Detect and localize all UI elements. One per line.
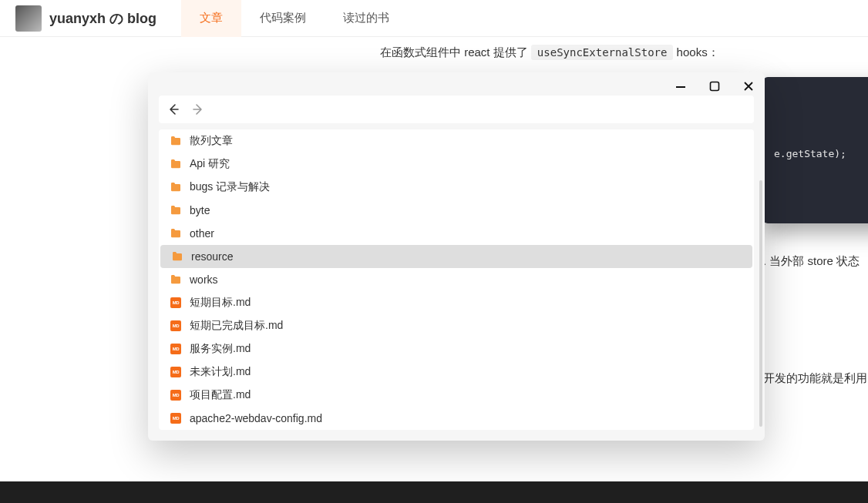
file-row[interactable]: 短期目标.md (159, 291, 754, 314)
inline-code: useSyncExternalStore (531, 45, 674, 60)
navbar-tabs: 文章 代码案例 读过的书 (181, 0, 408, 37)
code-block: e.getState); (763, 77, 868, 223)
tab-articles[interactable]: 文章 (181, 0, 241, 37)
file-name-label: other (190, 227, 214, 240)
folder-row[interactable]: 散列文章 (159, 129, 754, 153)
folder-icon (170, 227, 182, 240)
tab-books[interactable]: 读过的书 (325, 0, 408, 37)
back-button[interactable] (167, 102, 180, 116)
file-name-label: 未来计划.md (190, 365, 251, 379)
maximize-button[interactable] (708, 79, 722, 93)
path-nav-row (159, 96, 754, 123)
folder-row[interactable]: Api 研究 (159, 153, 754, 176)
article-content: 在函数式组件中 react 提供了 useSyncExternalStore h… (380, 42, 868, 62)
folder-icon (170, 181, 182, 193)
markdown-file-icon (170, 389, 182, 401)
file-name-label: 短期目标.md (190, 296, 251, 310)
dialog-body: 散列文章Api 研究bugs 记录与解决byteotherresourcewor… (148, 96, 765, 441)
page-footer (0, 481, 868, 503)
paragraph-fragment: . 当外部 store 状态 (763, 254, 868, 269)
svg-rect-1 (711, 82, 719, 91)
markdown-file-icon (170, 297, 182, 309)
scrollbar[interactable] (759, 180, 762, 427)
file-name-label: 项目配置.md (190, 388, 251, 402)
navbar-brand[interactable]: yuanyxh の blog (0, 5, 166, 32)
file-name-label: 散列文章 (190, 134, 233, 148)
tab-code-examples[interactable]: 代码案例 (241, 0, 325, 37)
file-picker-dialog: 散列文章Api 研究bugs 记录与解决byteotherresourcewor… (148, 72, 765, 441)
folder-row[interactable]: works (159, 268, 754, 291)
file-row[interactable]: apache2-webdav-config.md (159, 407, 754, 430)
navbar: yuanyxh の blog 文章 代码案例 读过的书 (0, 0, 868, 37)
folder-row[interactable]: resource (160, 245, 752, 268)
markdown-file-icon (170, 343, 182, 355)
file-name-label: bugs 记录与解决 (190, 180, 270, 194)
folder-row[interactable]: byte (159, 199, 754, 222)
code-line: e.getState); (774, 148, 868, 159)
markdown-file-icon (170, 366, 182, 378)
markdown-file-icon (170, 412, 182, 424)
folder-row[interactable]: other (159, 222, 754, 245)
avatar (15, 5, 42, 32)
file-row[interactable]: 服务实例.md (159, 337, 754, 360)
file-list: 散列文章Api 研究bugs 记录与解决byteotherresourcewor… (159, 129, 754, 430)
file-name-label: 短期已完成目标.md (190, 319, 283, 333)
site-title: yuanyxh の blog (49, 9, 156, 28)
folder-icon (171, 250, 183, 263)
folder-icon (170, 135, 182, 147)
folder-icon (170, 273, 182, 286)
minimize-button[interactable] (674, 79, 688, 93)
paragraph-text: hooks： (673, 45, 718, 59)
file-name-label: Api 研究 (190, 157, 230, 171)
folder-icon (170, 204, 182, 216)
file-name-label: works (190, 273, 218, 286)
file-name-label: resource (191, 250, 233, 263)
file-name-label: byte (190, 204, 210, 216)
close-button[interactable] (742, 79, 755, 93)
dialog-titlebar (148, 72, 765, 96)
paragraph-text: 在函数式组件中 react 提供了 (380, 45, 531, 59)
forward-button[interactable] (191, 102, 205, 116)
file-name-label: apache2-webdav-config.md (190, 412, 322, 424)
svg-rect-0 (676, 86, 685, 88)
file-row[interactable]: 未来计划.md (159, 360, 754, 384)
file-row[interactable]: 短期已完成目标.md (159, 314, 754, 337)
markdown-file-icon (170, 320, 182, 332)
paragraph-fragment: 开发的功能就是利用 (763, 371, 868, 386)
file-row[interactable]: 项目配置.md (159, 384, 754, 407)
folder-icon (170, 158, 182, 170)
file-name-label: 服务实例.md (190, 342, 251, 356)
folder-row[interactable]: bugs 记录与解决 (159, 176, 754, 199)
